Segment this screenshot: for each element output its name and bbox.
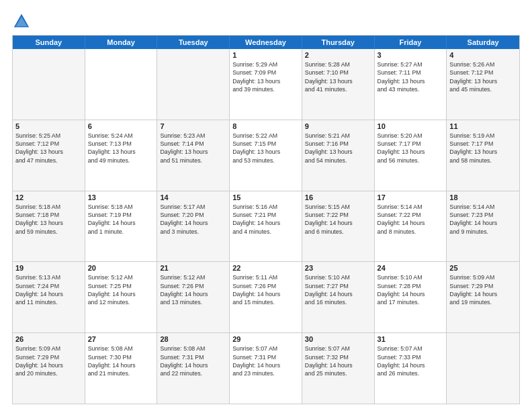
cal-cell: 22Sunrise: 5:11 AM Sunset: 7:26 PM Dayli… bbox=[230, 262, 302, 332]
cell-info: Sunrise: 5:12 AM Sunset: 7:25 PM Dayligh… bbox=[88, 273, 154, 306]
page: SundayMondayTuesdayWednesdayThursdayFrid… bbox=[0, 0, 532, 411]
cal-cell: 31Sunrise: 5:07 AM Sunset: 7:33 PM Dayli… bbox=[375, 333, 447, 404]
header-day-monday: Monday bbox=[85, 36, 158, 49]
cell-info: Sunrise: 5:10 AM Sunset: 7:28 PM Dayligh… bbox=[378, 273, 444, 306]
cal-cell: 15Sunrise: 5:16 AM Sunset: 7:21 PM Dayli… bbox=[230, 191, 302, 262]
day-number: 28 bbox=[160, 335, 226, 343]
day-number: 10 bbox=[378, 122, 444, 130]
day-number: 23 bbox=[305, 264, 371, 272]
cell-info: Sunrise: 5:08 AM Sunset: 7:31 PM Dayligh… bbox=[160, 345, 226, 377]
cell-info: Sunrise: 5:26 AM Sunset: 7:12 PM Dayligh… bbox=[449, 60, 517, 93]
cell-info: Sunrise: 5:18 AM Sunset: 7:18 PM Dayligh… bbox=[15, 203, 82, 236]
cell-info: Sunrise: 5:14 AM Sunset: 7:22 PM Dayligh… bbox=[378, 203, 444, 236]
day-number: 25 bbox=[449, 264, 517, 272]
cell-info: Sunrise: 5:24 AM Sunset: 7:13 PM Dayligh… bbox=[88, 132, 154, 165]
day-number: 22 bbox=[232, 264, 299, 272]
day-number: 9 bbox=[305, 122, 371, 130]
cell-info: Sunrise: 5:09 AM Sunset: 7:29 PM Dayligh… bbox=[449, 273, 517, 306]
cal-cell: 13Sunrise: 5:18 AM Sunset: 7:19 PM Dayli… bbox=[85, 191, 158, 262]
day-number: 21 bbox=[160, 264, 226, 272]
day-number: 2 bbox=[305, 51, 371, 59]
day-number: 6 bbox=[88, 122, 154, 130]
cal-cell: 23Sunrise: 5:10 AM Sunset: 7:27 PM Dayli… bbox=[302, 262, 375, 332]
day-number: 12 bbox=[15, 193, 82, 201]
cell-info: Sunrise: 5:13 AM Sunset: 7:24 PM Dayligh… bbox=[15, 273, 82, 306]
header-day-tuesday: Tuesday bbox=[157, 36, 230, 49]
cal-cell: 6Sunrise: 5:24 AM Sunset: 7:13 PM Daylig… bbox=[85, 120, 158, 191]
day-number: 8 bbox=[232, 122, 299, 130]
cell-info: Sunrise: 5:28 AM Sunset: 7:10 PM Dayligh… bbox=[305, 60, 371, 93]
day-number: 20 bbox=[88, 264, 154, 272]
day-number: 31 bbox=[378, 335, 444, 343]
cal-cell: 26Sunrise: 5:09 AM Sunset: 7:29 PM Dayli… bbox=[13, 333, 85, 404]
cal-cell: 17Sunrise: 5:14 AM Sunset: 7:22 PM Dayli… bbox=[375, 191, 447, 262]
cell-info: Sunrise: 5:29 AM Sunset: 7:09 PM Dayligh… bbox=[232, 60, 299, 93]
cal-cell: 3Sunrise: 5:27 AM Sunset: 7:11 PM Daylig… bbox=[375, 49, 447, 120]
cell-info: Sunrise: 5:25 AM Sunset: 7:12 PM Dayligh… bbox=[15, 132, 82, 165]
day-number: 27 bbox=[88, 335, 154, 343]
day-number: 13 bbox=[88, 193, 154, 201]
cell-info: Sunrise: 5:22 AM Sunset: 7:15 PM Dayligh… bbox=[232, 132, 299, 165]
calendar-row-3: 12Sunrise: 5:18 AM Sunset: 7:18 PM Dayli… bbox=[13, 191, 519, 262]
cal-cell: 5Sunrise: 5:25 AM Sunset: 7:12 PM Daylig… bbox=[13, 120, 85, 191]
cell-info: Sunrise: 5:15 AM Sunset: 7:22 PM Dayligh… bbox=[305, 203, 371, 236]
cell-info: Sunrise: 5:27 AM Sunset: 7:11 PM Dayligh… bbox=[378, 60, 444, 93]
cal-cell bbox=[447, 333, 519, 404]
cell-info: Sunrise: 5:11 AM Sunset: 7:26 PM Dayligh… bbox=[232, 273, 299, 306]
calendar-body: 1Sunrise: 5:29 AM Sunset: 7:09 PM Daylig… bbox=[13, 49, 519, 404]
day-number: 3 bbox=[378, 51, 444, 59]
calendar-row-1: 1Sunrise: 5:29 AM Sunset: 7:09 PM Daylig… bbox=[13, 49, 519, 120]
day-number: 1 bbox=[232, 51, 299, 59]
cal-cell: 1Sunrise: 5:29 AM Sunset: 7:09 PM Daylig… bbox=[230, 49, 302, 120]
cal-cell: 10Sunrise: 5:20 AM Sunset: 7:17 PM Dayli… bbox=[375, 120, 447, 191]
calendar: SundayMondayTuesdayWednesdayThursdayFrid… bbox=[12, 35, 520, 404]
header-day-saturday: Saturday bbox=[447, 36, 519, 49]
logo-icon bbox=[12, 12, 31, 31]
day-number: 7 bbox=[160, 122, 226, 130]
calendar-row-5: 26Sunrise: 5:09 AM Sunset: 7:29 PM Dayli… bbox=[13, 332, 519, 404]
cell-info: Sunrise: 5:19 AM Sunset: 7:17 PM Dayligh… bbox=[449, 132, 517, 165]
cal-cell: 20Sunrise: 5:12 AM Sunset: 7:25 PM Dayli… bbox=[85, 262, 158, 332]
cal-cell: 14Sunrise: 5:17 AM Sunset: 7:20 PM Dayli… bbox=[157, 191, 230, 262]
cal-cell: 28Sunrise: 5:08 AM Sunset: 7:31 PM Dayli… bbox=[157, 333, 230, 404]
cell-info: Sunrise: 5:07 AM Sunset: 7:32 PM Dayligh… bbox=[305, 345, 371, 377]
day-number: 5 bbox=[15, 122, 82, 130]
day-number: 30 bbox=[305, 335, 371, 343]
calendar-row-4: 19Sunrise: 5:13 AM Sunset: 7:24 PM Dayli… bbox=[13, 261, 519, 332]
cell-info: Sunrise: 5:10 AM Sunset: 7:27 PM Dayligh… bbox=[305, 273, 371, 306]
cal-cell: 2Sunrise: 5:28 AM Sunset: 7:10 PM Daylig… bbox=[302, 49, 375, 120]
header-day-friday: Friday bbox=[375, 36, 447, 49]
cal-cell: 19Sunrise: 5:13 AM Sunset: 7:24 PM Dayli… bbox=[13, 262, 85, 332]
cell-info: Sunrise: 5:17 AM Sunset: 7:20 PM Dayligh… bbox=[160, 203, 226, 236]
cal-cell: 30Sunrise: 5:07 AM Sunset: 7:32 PM Dayli… bbox=[302, 333, 375, 404]
header-day-sunday: Sunday bbox=[13, 36, 85, 49]
calendar-header: SundayMondayTuesdayWednesdayThursdayFrid… bbox=[13, 36, 519, 49]
cal-cell: 21Sunrise: 5:12 AM Sunset: 7:26 PM Dayli… bbox=[157, 262, 230, 332]
day-number: 14 bbox=[160, 193, 226, 201]
cal-cell: 29Sunrise: 5:07 AM Sunset: 7:31 PM Dayli… bbox=[230, 333, 302, 404]
cal-cell: 24Sunrise: 5:10 AM Sunset: 7:28 PM Dayli… bbox=[375, 262, 447, 332]
cell-info: Sunrise: 5:12 AM Sunset: 7:26 PM Dayligh… bbox=[160, 273, 226, 306]
calendar-row-2: 5Sunrise: 5:25 AM Sunset: 7:12 PM Daylig… bbox=[13, 120, 519, 191]
day-number: 16 bbox=[305, 193, 371, 201]
cell-info: Sunrise: 5:20 AM Sunset: 7:17 PM Dayligh… bbox=[378, 132, 444, 165]
cell-info: Sunrise: 5:09 AM Sunset: 7:29 PM Dayligh… bbox=[15, 345, 82, 377]
cal-cell: 16Sunrise: 5:15 AM Sunset: 7:22 PM Dayli… bbox=[302, 191, 375, 262]
cal-cell: 8Sunrise: 5:22 AM Sunset: 7:15 PM Daylig… bbox=[230, 120, 302, 191]
cell-info: Sunrise: 5:07 AM Sunset: 7:33 PM Dayligh… bbox=[378, 345, 444, 377]
cell-info: Sunrise: 5:07 AM Sunset: 7:31 PM Dayligh… bbox=[232, 345, 299, 377]
cal-cell bbox=[85, 49, 158, 120]
day-number: 11 bbox=[449, 122, 517, 130]
cell-info: Sunrise: 5:18 AM Sunset: 7:19 PM Dayligh… bbox=[88, 203, 154, 236]
logo bbox=[12, 12, 34, 31]
day-number: 29 bbox=[232, 335, 299, 343]
day-number: 15 bbox=[232, 193, 299, 201]
day-number: 26 bbox=[15, 335, 82, 343]
cal-cell bbox=[157, 49, 230, 120]
cal-cell: 7Sunrise: 5:23 AM Sunset: 7:14 PM Daylig… bbox=[157, 120, 230, 191]
day-number: 17 bbox=[378, 193, 444, 201]
cal-cell: 12Sunrise: 5:18 AM Sunset: 7:18 PM Dayli… bbox=[13, 191, 85, 262]
cal-cell: 11Sunrise: 5:19 AM Sunset: 7:17 PM Dayli… bbox=[447, 120, 519, 191]
cell-info: Sunrise: 5:16 AM Sunset: 7:21 PM Dayligh… bbox=[232, 203, 299, 236]
day-number: 18 bbox=[449, 193, 517, 201]
